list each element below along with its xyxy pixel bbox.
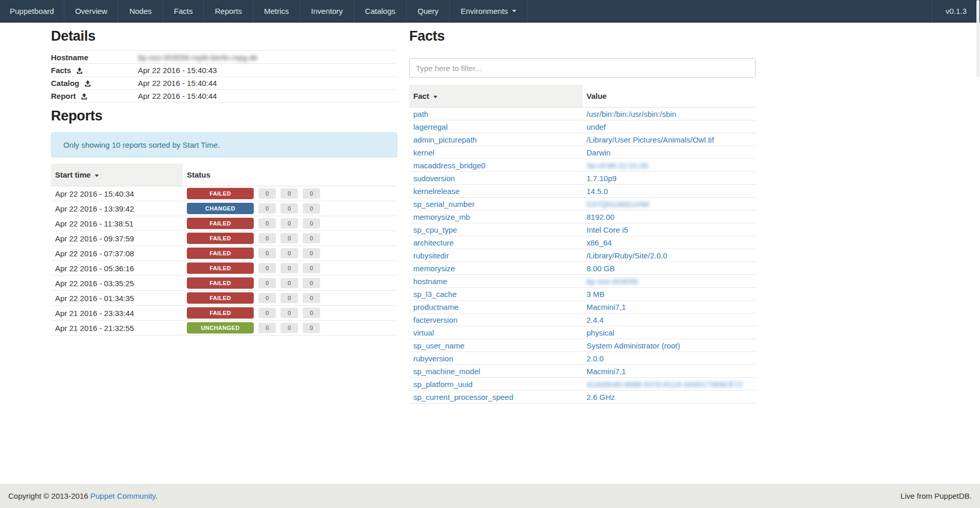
report-count: 0 [303, 293, 320, 303]
fact-value-link[interactable]: 1.7.10p9 [587, 174, 617, 183]
reports-sort-header-start-time[interactable]: Start time [51, 164, 183, 186]
fact-row: facterversion 2.4.4 [409, 313, 756, 326]
fact-value-link[interactable]: Intel Core i5 [587, 225, 628, 234]
fact-name-link[interactable]: architecture [413, 238, 453, 247]
fact-name-link[interactable]: memorysize [413, 264, 455, 273]
fact-name-link[interactable]: kernel [413, 148, 434, 157]
fact-value-link[interactable]: 41A00040-6086-5370-811A-3A9317369CE72 [587, 380, 743, 389]
fact-name-link[interactable]: memorysize_mb [413, 213, 470, 221]
fact-row: sp_user_name System Administrator (root) [409, 339, 756, 352]
nav-item-query[interactable]: Query [407, 0, 450, 22]
fact-name-link[interactable]: productname [413, 303, 459, 311]
fact-name-link[interactable]: admin_picturepath [413, 135, 477, 144]
fact-value-link[interactable]: 3 MB [587, 290, 605, 299]
fact-value-link[interactable]: System Administrator (root) [587, 341, 680, 350]
fact-name-link[interactable]: sp_machine_model [413, 367, 480, 376]
nav-item-metrics[interactable]: Metrics [253, 0, 300, 22]
fact-name-link[interactable]: virtual [413, 328, 434, 337]
fact-value-link[interactable]: 2.4.4 [587, 316, 604, 324]
fact-row: kernelrelease 14.5.0 [409, 185, 756, 198]
fact-name-link[interactable]: sudoversion [413, 174, 455, 183]
details-label-catalog: Catalog [51, 79, 79, 87]
fact-value-link[interactable]: 8.00 GB [587, 264, 615, 273]
nav-item-nodes[interactable]: Nodes [118, 0, 163, 22]
fact-value-link[interactable]: physical [587, 328, 615, 337]
fact-name-link[interactable]: sp_serial_number [413, 200, 475, 208]
details-label-report: Report [51, 92, 76, 100]
report-count: 0 [258, 188, 276, 199]
reports-title: Reports [51, 108, 397, 124]
hostname-value: bp-osx-003056.mpib-berlin.mpg.de [138, 53, 258, 62]
nav-item-catalogs[interactable]: Catalogs [354, 0, 407, 22]
fact-row: lagerregal undef [409, 120, 756, 133]
fact-value-link[interactable]: 8192.00 [587, 213, 615, 221]
fact-row: memorysize 8.00 GB [409, 262, 756, 275]
fact-value-link[interactable]: /usr/bin:/bin:/usr/sbin:/sbin [587, 110, 676, 118]
report-count: 0 [258, 278, 276, 288]
report-count: 0 [303, 233, 320, 243]
upload-icon[interactable] [76, 67, 83, 74]
status-badge: CHANGED [187, 203, 254, 214]
fact-name-link[interactable]: rubyversion [413, 354, 453, 363]
fact-name-link[interactable]: sp_cpu_type [413, 225, 457, 234]
report-row: Apr 22 2016 - 07:37:08 FAILED 0 0 0 [51, 246, 397, 261]
facts-filter-input[interactable] [409, 58, 756, 78]
report-count: 0 [303, 263, 320, 273]
status-badge: FAILED [187, 218, 254, 229]
nav-item-environments-dropdown[interactable]: Environments [450, 0, 528, 22]
fact-value-link[interactable]: 3a:c9:86:22:01:00 [587, 161, 649, 170]
scrollbar-thumb[interactable] [976, 0, 979, 77]
fact-value-link[interactable]: 14.5.0 [587, 187, 608, 196]
report-start-time: Apr 22 2016 - 05:36:16 [51, 261, 183, 276]
fact-value-link[interactable]: /Library/User Pictures/Animals/Owl.tif [587, 135, 714, 144]
upload-icon[interactable] [84, 80, 91, 87]
report-count: 0 [281, 188, 298, 199]
nav-item-facts[interactable]: Facts [163, 0, 204, 22]
report-count: 0 [258, 323, 276, 333]
fact-name-link[interactable]: rubysitedir [413, 251, 449, 260]
fact-name-link[interactable]: kernelrelease [413, 187, 460, 196]
fact-value-link[interactable]: /Library/Ruby/Site/2.0.0 [587, 251, 668, 260]
fact-name-link[interactable]: lagerregal [413, 122, 448, 131]
fact-value-link[interactable]: Macmini7,1 [587, 367, 626, 376]
fact-name-link[interactable]: facterversion [413, 316, 458, 324]
report-start-time: Apr 22 2016 - 01:34:35 [51, 291, 183, 306]
report-count: 0 [303, 323, 320, 333]
fact-value-link[interactable]: x86_64 [587, 238, 612, 247]
report-start-time: Apr 22 2016 - 11:38:51 [51, 216, 183, 231]
report-count: 0 [303, 203, 320, 214]
reports-header-status: Status [183, 164, 397, 186]
report-count: 0 [258, 308, 276, 318]
nav-item-reports[interactable]: Reports [204, 0, 253, 22]
fact-name-link[interactable]: macaddress_bridge0 [413, 161, 485, 170]
fact-row: virtual physical [409, 326, 756, 339]
fact-value-link[interactable]: undef [587, 122, 606, 131]
nav-item-inventory[interactable]: Inventory [300, 0, 354, 22]
report-row: Apr 22 2016 - 15:40:34 FAILED 0 0 0 [51, 186, 397, 201]
fact-value-link[interactable]: 2.0.0 [587, 354, 604, 363]
report-row: Apr 22 2016 - 01:34:35 FAILED 0 0 0 [51, 291, 397, 306]
fact-row: path /usr/bin:/bin:/usr/sbin:/sbin [409, 108, 756, 120]
fact-name-link[interactable]: hostname [413, 277, 447, 286]
nav-item-overview[interactable]: Overview [64, 0, 119, 22]
details-label-hostname: Hostname [51, 51, 138, 64]
sort-caret-icon [433, 96, 437, 98]
fact-name-link[interactable]: sp_l3_cache [413, 290, 457, 299]
navbar-brand[interactable]: Puppetboard [0, 0, 64, 22]
fact-value-link[interactable]: 2.6 GHz [587, 393, 615, 401]
upload-icon[interactable] [81, 93, 87, 100]
fact-value-link[interactable]: Macmini7,1 [587, 303, 626, 311]
fact-row: rubysitedir /Library/Ruby/Site/2.0.0 [409, 249, 756, 262]
fact-value-link[interactable]: bp-osx-003056 [587, 277, 638, 286]
fact-name-link[interactable]: sp_current_processor_speed [413, 393, 513, 401]
fact-value-link[interactable]: C07QN1A6G1HW [587, 200, 650, 208]
fact-name-link[interactable]: sp_platform_uuid [413, 380, 472, 389]
report-start-time: Apr 22 2016 - 15:40:34 [51, 186, 183, 201]
facts-sort-header-fact[interactable]: Fact [409, 85, 583, 108]
report-count: 0 [281, 278, 298, 288]
fact-name-link[interactable]: sp_user_name [413, 341, 464, 350]
fact-name-link[interactable]: path [413, 110, 428, 118]
fact-value-link[interactable]: Darwin [587, 148, 611, 157]
puppet-community-link[interactable]: Puppet Community [91, 492, 155, 500]
facts-title: Facts [409, 28, 756, 44]
